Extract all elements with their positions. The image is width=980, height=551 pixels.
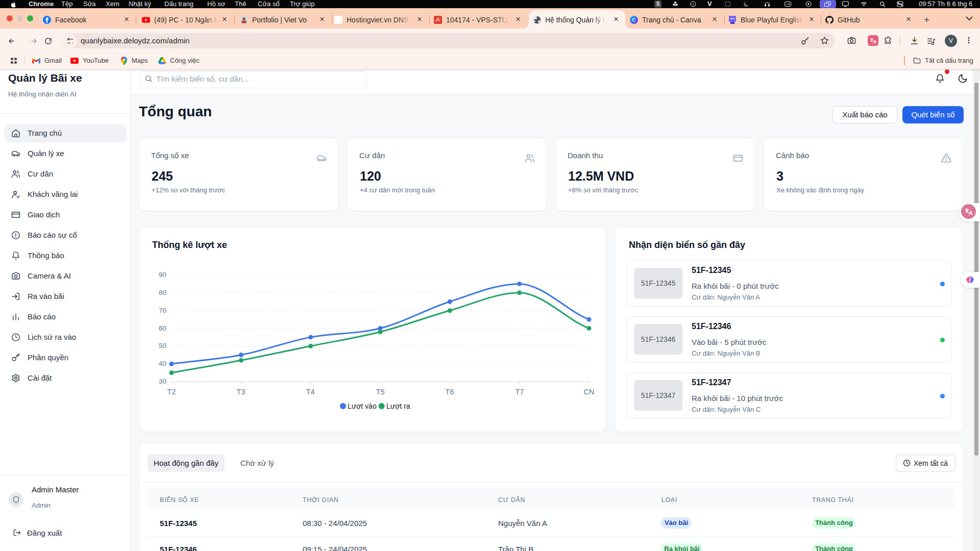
svg-text:40: 40 bbox=[159, 360, 166, 367]
svg-text:CN: CN bbox=[584, 388, 595, 396]
svg-text:T5: T5 bbox=[376, 388, 385, 396]
svg-text:60: 60 bbox=[159, 324, 166, 332]
svg-text:50: 50 bbox=[159, 342, 166, 349]
svg-text:T3: T3 bbox=[237, 388, 246, 396]
svg-text:80: 80 bbox=[159, 289, 166, 296]
svg-text:T2: T2 bbox=[167, 388, 176, 396]
svg-text:30: 30 bbox=[159, 378, 166, 385]
svg-text:Lượt vào: Lượt vào bbox=[348, 402, 377, 410]
svg-text:T7: T7 bbox=[516, 388, 524, 396]
svg-text:T6: T6 bbox=[446, 388, 454, 396]
svg-text:90: 90 bbox=[159, 271, 166, 279]
svg-text:T4: T4 bbox=[306, 388, 315, 396]
svg-text:70: 70 bbox=[159, 307, 166, 314]
svg-text:Lượt ra: Lượt ra bbox=[386, 402, 410, 410]
